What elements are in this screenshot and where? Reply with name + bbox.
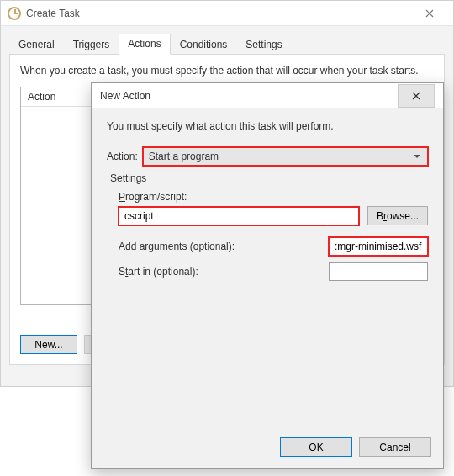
create-task-titlebar: Create Task [1,1,453,26]
new-action-title: New Action [100,90,150,102]
tab-conditions[interactable]: Conditions [171,34,237,55]
settings-group-label: Settings [110,172,428,184]
tab-settings[interactable]: Settings [236,34,291,55]
new-action-description: You must specify what action this task w… [107,120,428,132]
arguments-label-hotkey: A [119,241,125,252]
browse-button[interactable]: Browse... [367,206,428,225]
new-action-close-button[interactable] [398,84,435,108]
create-task-close-button[interactable] [413,2,446,25]
new-button[interactable]: New... [20,335,77,354]
new-action-body: You must specify what action this task w… [92,108,443,427]
action-label-pre: Actio [107,151,129,162]
cancel-button[interactable]: Cancel [359,437,431,457]
settings-group: Program/script: cscript Browse... Add ar… [107,191,428,281]
tab-actions[interactable]: Actions [119,34,170,55]
program-label-hotkey: P [119,191,125,203]
action-row: Action: Start a program [107,147,428,166]
arguments-label-text: dd arguments (optional): [125,241,235,252]
action-select[interactable]: Start a program [143,147,428,166]
close-icon [412,92,420,100]
arguments-input[interactable]: :mgr-minimised.wsf [329,237,428,256]
new-action-dialog: New Action You must specify what action … [91,82,444,469]
arguments-input-value: :mgr-minimised.wsf [335,241,421,252]
optional-grid: Add arguments (optional): :mgr-minimised… [119,237,428,281]
startin-label: Start in (optional): [119,266,319,278]
program-row: cscript Browse... [119,206,428,225]
action-label: Action: [107,151,138,162]
browse-label-post: owse... [387,210,419,222]
browse-label-pre: B [377,210,383,222]
program-input[interactable]: cscript [119,207,359,225]
startin-label-text: art in (optional): [128,266,198,278]
arguments-label: Add arguments (optional): [119,241,319,252]
program-label: Program/script: [119,191,428,203]
new-action-titlebar: New Action [92,83,443,108]
create-task-title: Create Task [26,8,80,19]
close-icon [425,9,434,18]
clock-icon [8,7,21,20]
action-label-post: : [135,151,137,162]
tab-general[interactable]: General [9,34,64,55]
ok-button[interactable]: OK [280,437,352,457]
action-select-value: Start a program [149,151,219,162]
tab-triggers[interactable]: Triggers [64,34,119,55]
startin-input[interactable] [329,262,428,281]
program-label-text: rogram/script: [125,191,187,203]
program-input-value: cscript [124,210,154,222]
tabs: General Triggers Actions Conditions Sett… [9,33,445,54]
startin-label-pre: S [119,266,125,278]
actions-description: When you create a task, you must specify… [20,65,434,77]
new-action-button-row: OK Cancel [92,427,443,468]
